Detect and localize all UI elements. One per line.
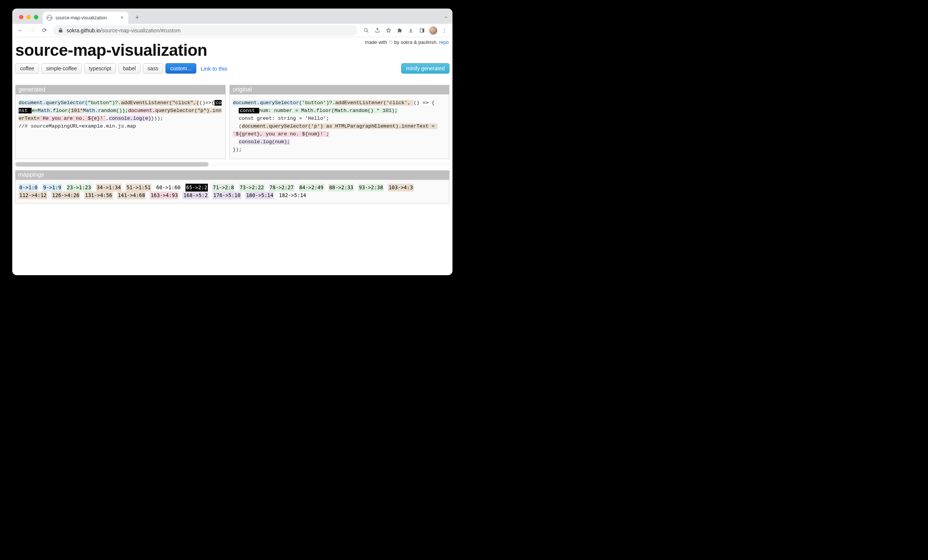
mapping-item[interactable]: 103->4:3 (388, 184, 414, 192)
mapping-item[interactable]: 176->5:10 (213, 192, 241, 199)
original-code[interactable]: document.querySelector('button')?.addEve… (230, 95, 449, 159)
mapping-item[interactable]: 180->5:14 (246, 192, 274, 199)
mapping-item[interactable]: 182->5:14 (278, 192, 307, 199)
forward-button[interactable]: → (27, 25, 38, 36)
bookmark-star-icon[interactable] (383, 25, 394, 36)
mapping-item[interactable]: 84->2:49 (299, 184, 324, 192)
mapping-item[interactable]: 0->1:0 (18, 184, 38, 192)
code-segment[interactable]: log( (133, 116, 145, 121)
demo-button-typescript[interactable]: typescript (84, 63, 116, 74)
code-segment[interactable]: addEventListener( (121, 100, 172, 105)
mapping-item[interactable]: 126->4:26 (51, 192, 80, 199)
code-segment[interactable]: Math. (334, 108, 350, 113)
code-segment[interactable]: 'click', (386, 100, 414, 105)
mapping-item[interactable]: 78->2:27 (269, 184, 295, 192)
reload-button[interactable]: ⟳ (39, 25, 49, 36)
code-segment[interactable]: =>{ (205, 100, 214, 105)
code-segment[interactable]: console. (109, 116, 133, 121)
mapping-item[interactable]: 60->1:60 (156, 184, 181, 192)
mapping-item[interactable]: 168->5:2 (183, 192, 208, 199)
code-segment[interactable]: document. (128, 108, 156, 113)
profile-avatar[interactable] (428, 25, 438, 36)
code-segment[interactable]: num}!`; (308, 131, 330, 137)
code-segment[interactable]: () => { (414, 100, 435, 105)
code-segment[interactable]: () (199, 100, 205, 105)
generated-code[interactable]: document.querySelector("button")?.addEve… (15, 95, 225, 135)
mapping-item[interactable]: 23->1:23 (66, 184, 92, 192)
back-button[interactable]: ← (15, 25, 26, 36)
demo-button-coffee[interactable]: coffee (15, 63, 39, 74)
code-segment[interactable]: , (106, 116, 109, 121)
code-segment[interactable]: "button")?. (88, 100, 121, 105)
demo-button-simple-coffee[interactable]: simple-coffee (41, 63, 82, 74)
code-segment[interactable]: log( (263, 139, 275, 145)
code-segment[interactable]: Math. (301, 108, 316, 113)
code-segment[interactable]: querySelector( (46, 100, 88, 105)
mapping-item[interactable]: 65->2:2 (186, 184, 208, 192)
mapping-item[interactable]: 131->4:56 (84, 192, 113, 199)
code-segment[interactable]: document. (242, 124, 269, 129)
code-segment[interactable]: num: (259, 108, 275, 113)
mapping-item[interactable]: 141->4:68 (117, 192, 146, 199)
code-segment[interactable]: random() * 101); (350, 108, 398, 113)
demo-button-custom-[interactable]: custom... (165, 63, 196, 74)
code-segment[interactable]: Math. (83, 108, 98, 113)
code-segment[interactable]: `He (40, 116, 49, 121)
mapping-item[interactable]: 73->2:22 (239, 184, 265, 192)
mapping-item[interactable]: 51->1:51 (126, 184, 151, 192)
kebab-menu-icon[interactable]: ⋮ (439, 25, 450, 36)
code-segment[interactable]: const (239, 108, 259, 113)
code-segment[interactable]: e) (145, 116, 151, 121)
code-segment[interactable]: e= (32, 108, 38, 113)
mapping-item[interactable]: 112->4:12 (18, 192, 47, 199)
code-segment[interactable]: document. (233, 100, 260, 105)
mapping-item[interactable]: 34->1:34 (96, 184, 122, 192)
repo-link[interactable]: repo (439, 40, 449, 45)
code-segment[interactable]: num); (275, 139, 290, 145)
mappings-body[interactable]: 0->1:0 9->1:9 23->1:23 34->1:34 51->1:51… (15, 180, 450, 203)
code-segment[interactable]: document. (18, 100, 46, 105)
code-segment[interactable]: addEventListener( (335, 100, 386, 105)
extensions-puzzle-icon[interactable] (394, 25, 405, 36)
close-tab-button[interactable]: × (119, 15, 125, 20)
code-segment[interactable]: you are no. (49, 116, 88, 121)
omnibox[interactable]: sokra.github.io/source-map-visualization… (53, 25, 357, 36)
code-segment[interactable]: console. (239, 139, 263, 145)
minify-generated-button[interactable]: minify generated (401, 63, 450, 74)
mapping-item[interactable]: 88->2:33 (328, 184, 354, 192)
demo-button-sass[interactable]: sass (143, 63, 163, 74)
code-segment[interactable]: floor( (316, 108, 334, 113)
mapping-item[interactable]: 93->2:38 (358, 184, 384, 192)
tab-menu-chevron-icon[interactable]: ⌄ (444, 14, 448, 19)
code-segment[interactable]: querySelector( (260, 100, 302, 105)
scrollbar-thumb[interactable] (15, 162, 209, 166)
search-icon[interactable] (361, 25, 371, 36)
code-segment[interactable]: })); (151, 116, 163, 121)
mapping-item[interactable]: 9->1:9 (43, 184, 62, 192)
code-segment[interactable]: ( (233, 124, 242, 129)
code-segment[interactable] (233, 108, 239, 113)
code-segment[interactable]: Math. (38, 108, 53, 113)
code-segment[interactable] (233, 139, 239, 145)
code-segment[interactable]: querySelector( (269, 124, 311, 129)
code-segment[interactable]: "p"). (197, 108, 213, 113)
share-icon[interactable] (372, 25, 383, 36)
code-segment[interactable]: e}!` (94, 116, 106, 121)
code-segment[interactable]: number = (274, 108, 301, 113)
side-panel-icon[interactable] (417, 25, 427, 36)
code-segment[interactable]: 'button')?. (302, 100, 335, 105)
code-segment[interactable]: "click",( (172, 100, 199, 105)
code-segment[interactable]: random()); (98, 108, 128, 113)
code-segment[interactable]: }); (233, 147, 242, 153)
downloads-icon[interactable] (406, 25, 416, 36)
link-to-this[interactable]: Link to this (201, 66, 227, 72)
mapping-item[interactable]: 163->4:93 (150, 192, 179, 199)
minimize-window-button[interactable] (26, 15, 31, 19)
horizontal-scrollbar[interactable] (15, 162, 450, 166)
browser-tab[interactable]: source-map-visualization × (43, 12, 128, 24)
new-tab-button[interactable]: + (132, 12, 142, 23)
code-segment[interactable]: const greet: string = 'Hello'; (233, 116, 329, 121)
code-segment[interactable]: floor( (53, 108, 71, 113)
code-segment[interactable]: innerText = (401, 124, 438, 129)
code-segment[interactable]: 'p') as HTMLParagraphElement). (311, 124, 401, 129)
